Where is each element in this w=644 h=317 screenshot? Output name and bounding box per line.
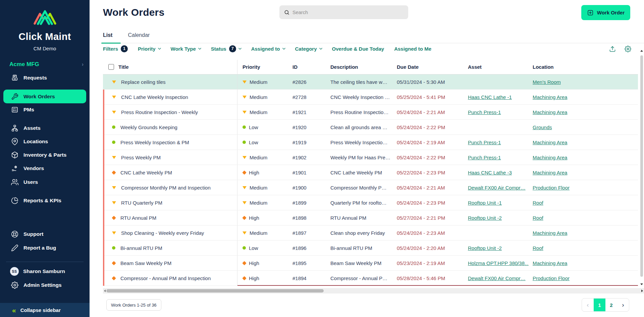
table-row[interactable]: Beam Saw Weekly PM High #1895 Beam Saw W…	[103, 256, 638, 271]
pagination-prev[interactable]: ‹	[582, 298, 594, 312]
sidebar-divider	[6, 262, 84, 262]
table-row[interactable]: RTU Quarterly PM Medium #1899 Quarterly …	[103, 195, 638, 210]
sidebar-item-inventory-parts[interactable]: Inventory & Parts	[0, 150, 90, 160]
select-all-checkbox[interactable]	[108, 64, 114, 70]
table-row[interactable]: Shop Cleaning - Weekly every Friday Medi…	[103, 225, 638, 241]
filter-work-type[interactable]: Work Type	[171, 46, 201, 52]
filter-assigned-to[interactable]: Assigned to	[251, 46, 285, 52]
new-work-order-button[interactable]: Work Order	[581, 5, 630, 20]
overdue-bar	[103, 120, 104, 135]
work-order-title: Weekly Grounds Keeping	[120, 124, 177, 130]
sidebar-item-reports-kpis[interactable]: Reports & KPIs	[0, 196, 90, 206]
tab-list[interactable]: List	[103, 32, 112, 43]
priority-icon	[242, 170, 247, 175]
scroll-left-icon[interactable]	[104, 289, 106, 292]
due-date: 05/24/2024 - 2:19 AM	[393, 135, 464, 150]
filter-label: Status	[211, 46, 226, 52]
location-link[interactable]: Roof	[533, 215, 543, 221]
asset-link[interactable]: Rooftop Unit -2	[468, 245, 502, 251]
asset-link[interactable]: Haas CNC Lathe -1	[468, 94, 512, 100]
sidebar-item-pms[interactable]: PMs	[0, 105, 90, 115]
sidebar-item-support[interactable]: Support	[0, 229, 90, 239]
vertical-scrollbar-thumb[interactable]	[640, 55, 643, 277]
scroll-down-icon[interactable]	[640, 283, 643, 285]
scroll-up-icon[interactable]	[640, 50, 643, 52]
checklist-icon	[11, 106, 18, 113]
gear-icon[interactable]	[625, 46, 631, 52]
sidebar-item-report-a-bug[interactable]: Report a Bug	[0, 243, 90, 253]
table-row[interactable]: Press Weekly Inspection & PM Low #1919 P…	[103, 135, 638, 150]
work-order-title: CNC Lathe Weekly Inspection	[121, 94, 188, 100]
asset-link[interactable]: Rooftop Unit -2	[468, 215, 502, 221]
location-link[interactable]: Machining Area	[533, 170, 567, 175]
sidebar-item-users[interactable]: Users	[0, 177, 90, 187]
scroll-right-icon[interactable]	[641, 289, 643, 292]
location-link[interactable]: Grounds	[533, 124, 552, 130]
asset-link[interactable]: Punch Press-1	[468, 109, 501, 115]
asset-link[interactable]: Punch Press-1	[468, 140, 501, 145]
asset-link[interactable]: Dewalt FX00 Air Compr…	[468, 185, 526, 191]
location-link[interactable]: Machining Area	[533, 140, 567, 145]
horizontal-scrollbar-thumb[interactable]	[106, 289, 324, 293]
table-row[interactable]: Press Routine Inspection - Weekly Medium…	[103, 105, 638, 120]
pagination-page-1[interactable]: 1	[594, 298, 605, 312]
sidebar-item-label: Users	[23, 179, 38, 185]
asset-link[interactable]: Haas CNC Lathe -3	[468, 170, 512, 175]
chevron-down-icon	[282, 46, 285, 50]
asset-link[interactable]: Punch Press-1	[468, 155, 501, 160]
pagination-page-2[interactable]: 2	[605, 298, 617, 312]
filters-button[interactable]: Filters 1	[103, 45, 128, 52]
location-link[interactable]: Production Floor	[533, 275, 570, 281]
user-menu[interactable]: SS Sharon Samburn	[0, 266, 90, 276]
table-row[interactable]: CNC Lathe Weekly PM High #1901 CNC Lathe…	[103, 165, 638, 180]
search-input[interactable]	[292, 10, 404, 15]
sidebar-item-assets[interactable]: Assets	[0, 123, 90, 133]
location-link[interactable]: Machining Area	[533, 155, 567, 160]
table-row[interactable]: RTU Annual PM High #1898 RTU Annual PM 0…	[103, 210, 638, 225]
location-link[interactable]: Roof	[533, 245, 543, 251]
overdue-bar	[103, 225, 104, 240]
org-switcher[interactable]: Acme MFG ›	[9, 59, 84, 69]
location-link[interactable]: Machining Area	[533, 94, 567, 100]
asset-link[interactable]: Rooftop Unit -1	[468, 200, 502, 206]
filter-category[interactable]: Category	[295, 46, 322, 52]
table-row[interactable]: Replace ceiling tiles Medium #2826 The c…	[103, 74, 638, 90]
export-icon[interactable]	[609, 46, 616, 52]
sidebar-item-requests[interactable]: Requests	[0, 73, 90, 83]
table-row[interactable]: Press Weekly PM Medium #1902 Weekly PM f…	[103, 150, 638, 165]
sidebar-item-admin-settings[interactable]: Admin Settings	[0, 280, 90, 290]
collapse-sidebar-button[interactable]: « Collapse sidebar	[0, 303, 90, 317]
table-row[interactable]: Compressor - Annual PM and Inspection Hi…	[103, 271, 638, 286]
work-order-description: Compressor Monthly P…	[326, 180, 393, 195]
search-bar[interactable]	[279, 5, 408, 19]
priority-icon	[243, 246, 246, 250]
column-header: Description	[326, 60, 393, 74]
horizontal-scrollbar[interactable]	[103, 288, 644, 294]
filter-priority[interactable]: Priority	[138, 46, 161, 52]
asset-link[interactable]: Dewalt FX00 Air Compr…	[468, 275, 526, 281]
location-link[interactable]: Roof	[533, 200, 543, 206]
due-date: 05/24/2024 - 2:22 PM	[393, 150, 464, 165]
location-link[interactable]: Machining Area	[533, 260, 567, 266]
asset-link[interactable]: Holzma OPT.HPP 380/38…	[468, 260, 529, 266]
quick-filter-assigned-to-me[interactable]: Assigned to Me	[394, 46, 431, 52]
location-link[interactable]: Men's Room	[533, 79, 561, 85]
table-row[interactable]: Bi-annual RTU PM Low #1896 Bi-annual RTU…	[103, 241, 638, 256]
pagination-next[interactable]: ›	[617, 298, 629, 312]
tab-calendar[interactable]: Calendar	[128, 32, 150, 43]
quick-filter-overdue-due-today[interactable]: Overdue & Due Today	[332, 46, 384, 52]
filter-status[interactable]: Status 7	[211, 45, 241, 52]
location-link[interactable]: Machining Area	[533, 230, 567, 236]
sidebar-item-vendors[interactable]: Vendors	[0, 163, 90, 173]
location-link[interactable]: Production Floor	[533, 185, 570, 191]
due-date: 05/24/2024 - 2:21 AM	[393, 105, 464, 119]
due-date: 05/24/2024 - 2:20 AM	[393, 241, 464, 255]
sidebar-item-locations[interactable]: Locations	[0, 137, 90, 147]
table-row[interactable]: CNC Lathe Weekly Inspection Medium #2728…	[103, 90, 638, 105]
location-link[interactable]: Machining Area	[533, 109, 567, 115]
sidebar-item-work-orders[interactable]: Work Orders	[3, 90, 86, 103]
priority-label: Medium	[250, 155, 267, 160]
due-date: 05/23/2024 - 2:19 AM	[393, 256, 464, 270]
table-row[interactable]: Compressor Monthly PM and Inspection Med…	[103, 180, 638, 195]
table-row[interactable]: Weekly Grounds Keeping Low #1920 Clean a…	[103, 120, 638, 135]
